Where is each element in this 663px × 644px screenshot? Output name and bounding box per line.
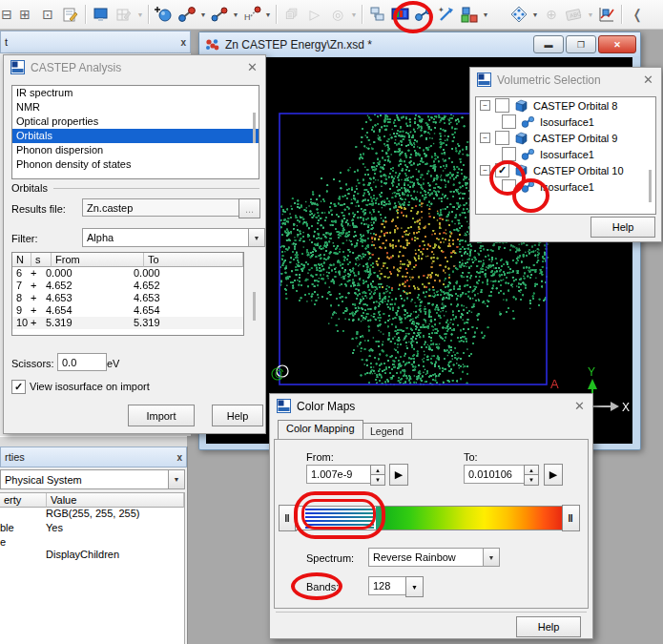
collapse-icon[interactable]: − (480, 100, 490, 111)
column-header-to[interactable]: To (144, 253, 243, 267)
record-icon[interactable]: ◎ (326, 3, 349, 26)
table-row[interactable]: ble Yes (0, 522, 184, 536)
filter-select[interactable]: Alpha ▼ (82, 228, 265, 247)
list-item[interactable]: Optical properties (12, 114, 259, 129)
close-icon[interactable]: ✕ (574, 399, 585, 413)
from-spin-down-icon[interactable]: ▼ (370, 474, 385, 486)
tree-item[interactable]: Isosurface1 (476, 178, 655, 195)
bond-order-icon[interactable] (208, 3, 231, 26)
list-item[interactable]: Phonon density of states (12, 157, 259, 172)
table-row[interactable]: 9+4.6544.654 (12, 304, 243, 317)
dialog-title-bar[interactable]: CASTEP Analysis ✕ (4, 55, 265, 79)
to-field[interactable]: 0.010106 (464, 465, 532, 484)
overflow-icon[interactable]: ❬ (626, 3, 649, 26)
column-header-s[interactable]: s (31, 253, 52, 267)
properties-filter-select[interactable]: Physical System ▼ (0, 469, 185, 489)
table-row[interactable]: RGB(255, 255, 255) (0, 508, 184, 522)
bond-tool-icon[interactable] (176, 3, 198, 26)
close-icon[interactable]: x (180, 37, 186, 48)
orbital-9-checkbox[interactable] (495, 131, 509, 145)
play-icon[interactable]: ▷ (303, 3, 326, 26)
table-row[interactable]: 6+0.0000.000 (12, 267, 243, 280)
to-picker-button[interactable]: ▶ (544, 464, 563, 486)
table-row[interactable]: e (0, 536, 184, 549)
dialog-title-bar[interactable]: Color Maps ✕ (270, 394, 592, 418)
property-column-header[interactable]: erty (0, 493, 47, 508)
chevron-down-icon[interactable]: ▼ (248, 229, 264, 246)
isosurface-tool-icon[interactable] (508, 3, 530, 26)
vector-tool-icon[interactable]: ✦ (435, 3, 458, 26)
isosurface-checkbox[interactable] (502, 147, 516, 161)
orbital-8-checkbox[interactable] (495, 98, 509, 113)
tree-item[interactable]: − CASTEP Orbital 8 (476, 97, 655, 114)
tree-item[interactable]: Isosurface1 (476, 146, 655, 162)
scrollbar-thumb[interactable] (253, 292, 256, 321)
notes-editor-icon[interactable] (59, 3, 82, 26)
close-button[interactable]: ✕ (598, 35, 636, 53)
scrollbar-thumb[interactable] (649, 170, 652, 202)
edit-grid-dropdown-icon[interactable]: ▼ (135, 3, 145, 26)
scrollbar-thumb[interactable] (253, 113, 256, 143)
minimize-button[interactable]: ▬ (533, 35, 564, 53)
table-row[interactable]: DisplayChildren (0, 549, 184, 563)
results-file-field[interactable]: Zn.castep (82, 198, 244, 217)
list-item[interactable]: IR spectrum (12, 86, 259, 100)
gradient-bar[interactable] (295, 506, 564, 530)
view-isosurface-checkbox[interactable] (11, 380, 26, 394)
from-field[interactable]: 1.007e-9 (306, 465, 379, 484)
hydrogen-bond-dropdown-icon[interactable]: ▼ (263, 3, 273, 26)
tree-item[interactable]: Isosurface1 (476, 114, 655, 130)
list-item-selected[interactable]: Orbitals (12, 129, 259, 143)
tree-item[interactable]: − CASTEP Orbital 10 (476, 162, 655, 178)
chart-icon[interactable] (595, 3, 618, 26)
tree-item[interactable]: − CASTEP Orbital 9 (476, 130, 655, 146)
add-atom-icon[interactable] (153, 3, 176, 26)
to-spin-down-icon[interactable]: ▼ (524, 474, 539, 486)
color-maps-icon[interactable] (389, 3, 412, 26)
hierarchy-icon[interactable] (366, 3, 389, 26)
edit-grid-icon[interactable] (113, 3, 135, 26)
browse-button[interactable]: ... (238, 198, 260, 218)
restore-button[interactable]: ❐ (566, 35, 596, 53)
dialog-title-bar[interactable]: Volumetric Selection ✕ (470, 68, 661, 92)
bond-calculation-icon[interactable] (412, 3, 435, 26)
label-tool-dropdown-icon[interactable]: ▼ (586, 3, 595, 26)
bond-tool-dropdown-icon[interactable]: ▼ (198, 3, 208, 26)
bond-order-dropdown-icon[interactable]: ▼ (231, 3, 240, 26)
help-button[interactable]: Help (212, 405, 263, 426)
import-button[interactable]: Import (128, 405, 195, 426)
orbital-10-checkbox[interactable] (495, 163, 509, 177)
chevron-down-icon[interactable]: ▼ (168, 470, 184, 488)
list-item[interactable]: Phonon dispersion (12, 143, 259, 157)
table-row[interactable]: 8+4.6534.653 (12, 292, 243, 304)
collapse-icon[interactable]: − (480, 165, 490, 176)
spectrum-select[interactable]: Reverse Rainbow ▼ (368, 548, 500, 567)
from-picker-button[interactable]: ▶ (389, 464, 408, 486)
crosshair-icon[interactable]: ⊕ (540, 3, 563, 26)
pane-down-icon[interactable]: ⊡ (36, 3, 59, 26)
scissors-field[interactable]: 0.0 (57, 353, 107, 371)
column-header-from[interactable]: From (52, 253, 144, 267)
label-tool-icon[interactable]: ABC (563, 3, 586, 26)
gradient-right-handle[interactable]: ‖ (562, 505, 580, 531)
tab-color-mapping[interactable]: Color Mapping (278, 420, 363, 439)
close-icon[interactable]: x (176, 452, 182, 463)
chevron-down-icon[interactable]: ▼ (483, 549, 499, 566)
isosurface-tool-dropdown-icon[interactable]: ▼ (530, 3, 540, 26)
close-icon[interactable]: ✕ (643, 73, 653, 87)
pane-up-icon[interactable]: ⊞ (13, 3, 36, 26)
document-title-bar[interactable]: Zn CASTEP Energy\Zn.xsd * ▬ ❐ ✕ (199, 32, 640, 56)
list-item[interactable]: NMR (12, 100, 259, 114)
tab-legend[interactable]: Legend (362, 423, 412, 440)
hydrogen-bond-icon[interactable]: H (240, 3, 263, 26)
script-page-icon[interactable]: 🗊 (280, 3, 303, 26)
unit-cubes-icon[interactable] (458, 3, 481, 26)
help-button[interactable]: Help (590, 217, 655, 238)
collapse-icon[interactable]: − (480, 133, 490, 143)
column-header-n[interactable]: N (12, 253, 31, 267)
help-button[interactable]: Help (516, 616, 581, 637)
unit-cubes-dropdown-icon[interactable]: ▼ (481, 3, 490, 26)
table-row[interactable]: 10+5.3195.319 (12, 317, 243, 329)
record-dropdown-icon[interactable]: ▼ (349, 3, 359, 26)
display-style-icon[interactable] (90, 3, 113, 26)
